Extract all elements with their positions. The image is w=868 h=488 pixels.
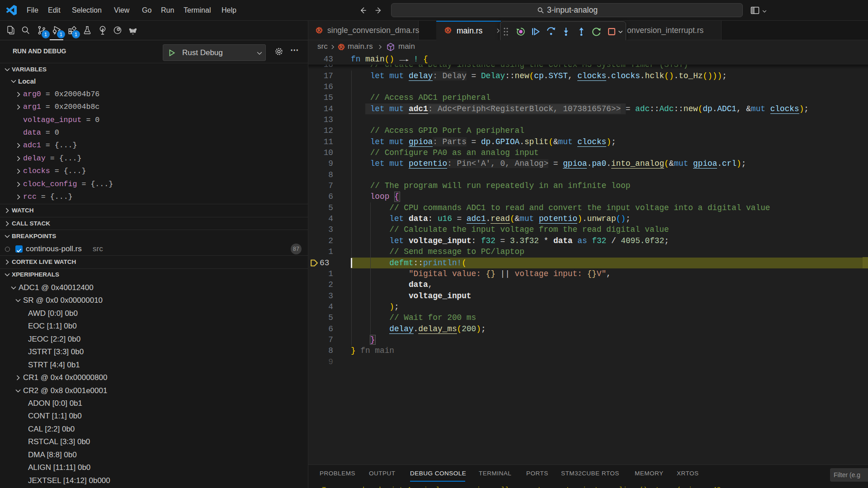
svg-text:R: R bbox=[447, 28, 450, 33]
svg-text:R: R bbox=[318, 28, 321, 33]
svg-text:R: R bbox=[340, 45, 343, 49]
